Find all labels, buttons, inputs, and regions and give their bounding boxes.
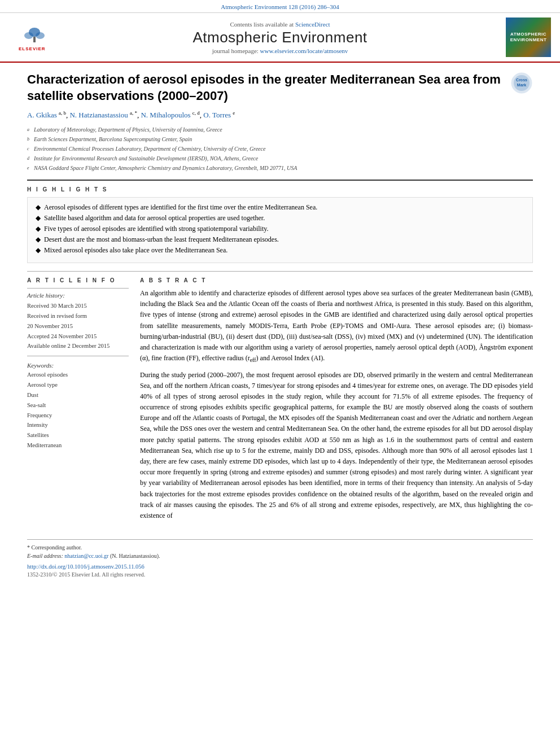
- journal-title: Atmospheric Environment: [77, 29, 483, 46]
- highlight-text-2: Satellite based algorithm and data for a…: [44, 214, 265, 222]
- corresponding-note: * Corresponding author.: [27, 544, 533, 551]
- keyword-2: Aerosol type: [27, 380, 129, 390]
- journal-reference-bar: Atmospheric Environment 128 (2016) 286–3…: [0, 0, 560, 13]
- article-header: Characterization of aerosol episodes in …: [27, 72, 533, 104]
- affil-sup-d: d: [27, 154, 34, 163]
- revised-date: 20 November 2015: [27, 321, 129, 331]
- author-email[interactable]: nhatzian@cc.uoi.gr: [64, 553, 108, 559]
- svg-text:ELSEVIER: ELSEVIER: [19, 46, 46, 51]
- highlight-item-2: ◆ Satellite based algorithm and data for…: [36, 214, 524, 222]
- publisher-logo-area: ELSEVIER: [9, 23, 77, 51]
- keyword-6: Intensity: [27, 420, 129, 430]
- bullet-2: ◆: [36, 214, 41, 222]
- article-dates: Received 30 March 2015 Received in revis…: [27, 301, 129, 351]
- keyword-4: Sea-salt: [27, 400, 129, 410]
- sciencedirect-label: Contents lists available at: [230, 21, 294, 28]
- keyword-8: Mediterranean: [27, 440, 129, 451]
- article-info-heading: A R T I C L E I N F O: [27, 277, 129, 283]
- homepage-line: journal homepage: www.elsevier.com/locat…: [77, 47, 483, 54]
- svg-point-3: [36, 32, 45, 39]
- crossmark-badge: Cross Mark: [510, 72, 533, 94]
- journal-cover-title: ATMOSPHERICENVIRONMENT: [510, 32, 547, 42]
- highlights-box: ◆ Aerosol episodes of different types ar…: [27, 197, 533, 263]
- received-revised-label: Received in revised form: [27, 311, 129, 321]
- email-person: (N. Hatzianastassiou).: [110, 553, 160, 559]
- email-note: E-mail address: nhatzian@cc.uoi.gr (N. H…: [27, 553, 533, 559]
- affiliation-b: b Earth Sciences Department, Barcelona S…: [27, 135, 533, 144]
- affiliation-e: e NASA Goddard Space Flight Center, Atmo…: [27, 164, 533, 173]
- two-column-section: A R T I C L E I N F O Article history: R…: [27, 277, 533, 526]
- section-divider-top: [27, 180, 533, 181]
- info-divider: [27, 288, 129, 289]
- abstract-paragraph-1: An algorithm able to identify and charac…: [140, 288, 533, 365]
- highlights-section: H I G H L I G H T S ◆ Aerosol episodes o…: [27, 186, 533, 263]
- affil-sup-a: a: [27, 125, 34, 134]
- keywords-list: Aerosol episodes Aerosol type Dust Sea-s…: [27, 370, 129, 451]
- sciencedirect-line: Contents lists available at ScienceDirec…: [77, 21, 483, 28]
- affil-sup-e: e: [27, 164, 34, 172]
- authors-line: A. Gkikas a, b, N. Hatzianastassiou a, *…: [27, 110, 533, 121]
- affiliation-d: d Institute for Environmental Research a…: [27, 154, 533, 163]
- svg-text:Mark: Mark: [517, 83, 526, 87]
- highlight-item-1: ◆ Aerosol episodes of different types ar…: [36, 203, 524, 212]
- abstract-paragraph-2: During the study period (2000–2007), the…: [140, 370, 533, 522]
- bullet-1: ◆: [36, 203, 41, 212]
- highlight-text-1: Aerosol episodes of different types are …: [44, 203, 317, 212]
- affil-sup-b: b: [27, 135, 34, 143]
- corresponding-label: Corresponding author.: [32, 544, 82, 551]
- highlight-text-5: Mixed aerosol episodes also take place o…: [44, 246, 228, 255]
- affiliations: a Laboratory of Meteorology, Department …: [27, 125, 533, 173]
- abstract-text: An algorithm able to identify and charac…: [140, 288, 533, 521]
- abstract-heading: A B S T R A C T: [140, 277, 533, 283]
- highlight-text-4: Desert dust are the most and biomass-urb…: [44, 235, 279, 244]
- doi-link[interactable]: http://dx.doi.org/10.1016/j.atmosenv.201…: [27, 563, 533, 570]
- highlight-text-3: Five types of aerosol episodes are ident…: [44, 225, 268, 233]
- keyword-7: Satellites: [27, 430, 129, 440]
- accepted-date: Accepted 24 November 2015: [27, 331, 129, 342]
- highlight-item-3: ◆ Five types of aerosol episodes are ide…: [36, 225, 524, 233]
- crossmark-icon: Cross Mark: [511, 72, 532, 94]
- journal-cover-image: ATMOSPHERICENVIRONMENT: [506, 18, 551, 57]
- main-content: Characterization of aerosol episodes in …: [0, 63, 560, 587]
- author-mihalopoulos[interactable]: N. Mihalopoulos: [141, 111, 190, 120]
- email-label: E-mail address:: [27, 553, 63, 559]
- homepage-link[interactable]: www.elsevier.com/locate/atmosenv: [260, 47, 348, 54]
- journal-header-center: Contents lists available at ScienceDirec…: [77, 21, 483, 54]
- journal-reference-text: Atmospheric Environment 128 (2016) 286–3…: [221, 3, 339, 10]
- svg-text:Cross: Cross: [516, 78, 527, 82]
- journal-cover-area: ATMOSPHERICENVIRONMENT: [483, 18, 551, 57]
- author-gkikas[interactable]: A. Gkikas: [27, 111, 57, 120]
- affil-text-c: Environmental Chemical Processes Laborat…: [34, 145, 265, 154]
- highlight-item-4: ◆ Desert dust are the most and biomass-u…: [36, 235, 524, 244]
- corresponding-asterisk: *: [27, 544, 32, 551]
- sciencedirect-link[interactable]: ScienceDirect: [295, 21, 330, 28]
- affiliation-a: a Laboratory of Meteorology, Department …: [27, 125, 533, 134]
- bullet-3: ◆: [36, 225, 41, 233]
- copyright-text: 1352-2310/© 2015 Elsevier Ltd. All right…: [27, 571, 533, 578]
- author-torres[interactable]: O. Torres: [203, 111, 231, 120]
- author-hatzianastassiou[interactable]: N. Hatzianastassiou: [69, 111, 128, 120]
- received-date: Received 30 March 2015: [27, 301, 129, 311]
- keyword-1: Aerosol episodes: [27, 370, 129, 380]
- affiliation-c: c Environmental Chemical Processes Labor…: [27, 145, 533, 154]
- affil-text-b: Earth Sciences Department, Barcelona Sup…: [34, 135, 192, 144]
- article-title: Characterization of aerosol episodes in …: [27, 72, 505, 104]
- svg-rect-4: [33, 37, 36, 42]
- article-info-col: A R T I C L E I N F O Article history: R…: [27, 277, 129, 526]
- affil-text-a: Laboratory of Meteorology, Department of…: [34, 125, 222, 134]
- keywords-label: Keywords:: [27, 362, 129, 369]
- affil-sup-c: c: [27, 145, 34, 153]
- svg-point-2: [24, 32, 33, 39]
- keyword-3: Dust: [27, 390, 129, 400]
- affil-text-e: NASA Goddard Space Flight Center, Atmosp…: [34, 164, 297, 173]
- article-history-label: Article history:: [27, 292, 129, 299]
- homepage-label: journal homepage:: [212, 47, 259, 54]
- available-date: Available online 2 December 2015: [27, 341, 129, 351]
- abstract-col: A B S T R A C T An algorithm able to ide…: [140, 277, 533, 526]
- journal-header: ELSEVIER Contents lists available at Sci…: [0, 13, 560, 63]
- bullet-4: ◆: [36, 235, 41, 244]
- affil-text-d: Institute for Environmental Research and…: [34, 154, 258, 163]
- highlights-heading: H I G H L I G H T S: [27, 186, 533, 193]
- section-divider-mid: [27, 271, 533, 272]
- elsevier-logo: ELSEVIER: [18, 23, 68, 51]
